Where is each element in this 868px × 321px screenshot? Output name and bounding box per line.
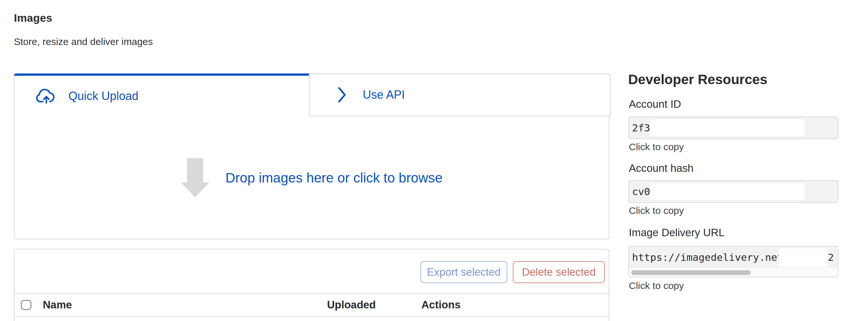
redaction-overlay [650, 119, 805, 136]
images-list-panel: Export selected Delete selected Name Upl… [14, 249, 609, 321]
tab-use-api[interactable]: Use API [309, 73, 611, 116]
down-arrow-icon [181, 158, 209, 198]
column-header-name: Name [43, 299, 72, 311]
image-delivery-url-field[interactable]: https://imagedelivery.net/cv0JSj 2 [628, 246, 838, 277]
account-hash-field[interactable]: cv0J [628, 180, 838, 203]
drop-zone-label: Drop images here or click to browse [225, 170, 443, 186]
cloud-upload-icon [36, 89, 57, 104]
account-hash-copy-helper: Click to copy [629, 205, 684, 216]
image-drop-zone[interactable]: Drop images here or click to browse [14, 116, 609, 240]
horizontal-scrollbar-thumb[interactable] [631, 270, 751, 275]
account-id-copy-helper: Click to copy [629, 141, 684, 152]
account-hash-label: Account hash [629, 162, 693, 174]
sidebar-title: Developer Resources [628, 72, 768, 87]
horizontal-scrollbar-track [629, 268, 838, 277]
account-id-field[interactable]: 2f3d [628, 116, 838, 139]
account-id-label: Account ID [629, 98, 681, 110]
select-all-checkbox[interactable] [21, 300, 31, 310]
page-title: Images [14, 12, 52, 24]
delete-selected-button[interactable]: Delete selected [513, 261, 605, 283]
table-header-divider [14, 293, 609, 294]
redaction-overlay [650, 183, 805, 200]
image-delivery-url-copy-helper: Click to copy [629, 280, 684, 291]
export-selected-button[interactable]: Export selected [421, 261, 507, 283]
active-tab-indicator [14, 73, 310, 76]
tab-use-api-label: Use API [363, 88, 405, 102]
column-header-uploaded: Uploaded [327, 299, 376, 311]
upload-panel: Quick Upload Use API Drop images here or… [14, 73, 609, 240]
column-header-actions: Actions [421, 299, 461, 311]
page-subtitle: Store, resize and deliver images [14, 36, 153, 47]
table-body-divider [14, 316, 609, 317]
redaction-overlay [779, 248, 827, 267]
chevron-right-icon [337, 86, 347, 103]
image-delivery-url-fragment: 2 [828, 247, 834, 268]
tab-quick-upload-label: Quick Upload [68, 89, 138, 103]
tab-quick-upload[interactable]: Quick Upload [14, 76, 309, 116]
developer-resources-sidebar: Developer Resources Account ID 2f3d Clic… [628, 0, 839, 321]
image-delivery-url-label: Image Delivery URL [629, 226, 724, 239]
